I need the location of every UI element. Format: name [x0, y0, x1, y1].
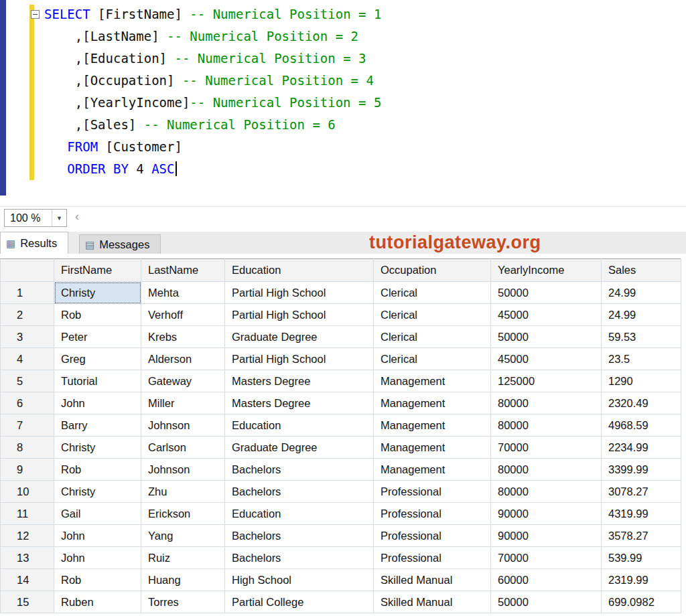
grid-cell[interactable]: John — [54, 525, 141, 547]
grid-cell[interactable]: John — [54, 392, 141, 414]
row-number[interactable]: 1 — [1, 282, 54, 304]
zoom-control[interactable]: 100 % ▼ — [4, 209, 67, 227]
grid-cell[interactable]: Krebs — [141, 326, 225, 348]
grid-cell[interactable]: 59.53 — [602, 326, 681, 348]
grid-cell[interactable]: Management — [374, 392, 491, 414]
grid-cell[interactable]: Bachelors — [225, 459, 374, 481]
grid-cell[interactable]: Partial College — [225, 591, 374, 613]
grid-cell[interactable]: 70000 — [491, 547, 602, 569]
collapse-minus-icon[interactable] — [31, 10, 40, 19]
grid-cell[interactable]: Graduate Degree — [225, 326, 374, 348]
grid-cell[interactable]: Barry — [54, 414, 141, 437]
row-number[interactable]: 4 — [1, 348, 54, 370]
grid-cell[interactable]: 2234.99 — [602, 437, 681, 459]
grid-cell[interactable]: Rob — [54, 569, 141, 591]
grid-cell[interactable]: Tutorial — [54, 370, 141, 392]
sql-code[interactable]: SELECT [FirstName] -- Numerical Position… — [44, 3, 381, 180]
grid-cell[interactable]: 3078.27 — [602, 481, 681, 503]
grid-cell[interactable]: 1290 — [602, 370, 681, 392]
grid-cell[interactable]: Management — [374, 437, 491, 459]
grid-cell[interactable]: High School — [225, 569, 374, 591]
grid-cell[interactable]: Management — [374, 370, 491, 392]
grid-cell[interactable]: 80000 — [491, 414, 602, 437]
grid-cell[interactable]: Miller — [141, 392, 225, 414]
grid-cell[interactable]: 45000 — [491, 348, 602, 370]
grid-cell[interactable]: Education — [225, 503, 374, 525]
row-number[interactable]: 13 — [1, 547, 54, 569]
grid-cell[interactable]: 3399.99 — [602, 459, 681, 481]
grid-cell[interactable]: Mehta — [141, 282, 225, 304]
grid-cell[interactable]: 4968.59 — [602, 414, 681, 437]
grid-cell[interactable]: Christy — [54, 282, 141, 304]
grid-cell[interactable]: Partial High School — [225, 348, 374, 370]
grid-cell[interactable]: Professional — [374, 525, 491, 547]
grid-cell[interactable]: 50000 — [491, 282, 602, 304]
row-number[interactable]: 10 — [1, 481, 54, 503]
row-number[interactable]: 3 — [1, 326, 54, 348]
row-number[interactable]: 5 — [1, 370, 54, 392]
grid-cell[interactable]: Zhu — [141, 481, 225, 503]
grid-cell[interactable]: Rob — [54, 459, 141, 481]
grid-cell[interactable]: Education — [225, 414, 374, 437]
zoom-dropdown-button[interactable]: ▼ — [52, 210, 66, 226]
grid-cell[interactable]: 45000 — [491, 304, 602, 326]
grid-cell[interactable]: Ruiz — [141, 547, 225, 569]
grid-cell[interactable]: Skilled Manual — [374, 569, 491, 591]
grid-cell[interactable]: Management — [374, 414, 491, 437]
grid-cell[interactable]: Bachelors — [225, 525, 374, 547]
grid-cell[interactable]: Yang — [141, 525, 225, 547]
grid-cell[interactable]: John — [54, 547, 141, 569]
row-number[interactable]: 8 — [1, 437, 54, 459]
column-header-occupation[interactable]: Occupation — [374, 259, 491, 282]
grid-cell[interactable]: Verhoff — [141, 304, 225, 326]
grid-cell[interactable]: Professional — [374, 503, 491, 525]
grid-cell[interactable]: Christy — [54, 437, 141, 459]
row-number[interactable]: 9 — [1, 459, 54, 481]
grid-cell[interactable]: Clerical — [374, 282, 491, 304]
row-number[interactable]: 2 — [1, 304, 54, 326]
grid-cell[interactable]: Peter — [54, 326, 141, 348]
grid-cell[interactable]: Torres — [141, 591, 225, 613]
grid-cell[interactable]: 4319.99 — [602, 503, 681, 525]
column-header-education[interactable]: Education — [225, 259, 374, 282]
grid-cell[interactable]: Johnson — [141, 414, 225, 437]
grid-cell[interactable]: Masters Degree — [225, 392, 374, 414]
grid-cell[interactable]: Gail — [54, 503, 141, 525]
grid-cell[interactable]: 2320.49 — [602, 392, 681, 414]
grid-cell[interactable]: Gateway — [141, 370, 225, 392]
grid-cell[interactable]: 23.5 — [602, 348, 681, 370]
grid-cell[interactable]: Carlson — [141, 437, 225, 459]
grid-cell[interactable]: Greg — [54, 348, 141, 370]
grid-cell[interactable]: Christy — [54, 481, 141, 503]
row-number[interactable]: 11 — [1, 503, 54, 525]
grid-cell[interactable]: 24.99 — [602, 282, 681, 304]
grid-cell[interactable]: 70000 — [491, 437, 602, 459]
grid-cell[interactable]: 90000 — [491, 525, 602, 547]
grid-cell[interactable]: 80000 — [491, 481, 602, 503]
grid-cell[interactable]: Bachelors — [225, 481, 374, 503]
grid-cell[interactable]: Rob — [54, 304, 141, 326]
grid-cell[interactable]: Partial High School — [225, 304, 374, 326]
column-header-lastname[interactable]: LastName — [141, 259, 225, 282]
grid-cell[interactable]: Clerical — [374, 304, 491, 326]
grid-cell[interactable]: Clerical — [374, 348, 491, 370]
grid-cell[interactable]: 539.99 — [602, 547, 681, 569]
grid-cell[interactable]: Partial High School — [225, 282, 374, 304]
grid-cell[interactable]: 3578.27 — [602, 525, 681, 547]
tab-results[interactable]: ▦ Results — [0, 232, 68, 254]
grid-cell[interactable]: Huang — [141, 569, 225, 591]
grid-cell[interactable]: Skilled Manual — [374, 591, 491, 613]
grid-cell[interactable]: Clerical — [374, 326, 491, 348]
row-number[interactable]: 7 — [1, 414, 54, 437]
grid-cell[interactable]: Graduate Degree — [225, 437, 374, 459]
sql-editor[interactable]: SELECT [FirstName] -- Numerical Position… — [0, 0, 686, 196]
grid-cell[interactable]: 90000 — [491, 503, 602, 525]
grid-cell[interactable]: 24.99 — [602, 304, 681, 326]
grid-cell[interactable]: Professional — [374, 481, 491, 503]
grid-cell[interactable]: 60000 — [491, 569, 602, 591]
row-number[interactable]: 6 — [1, 392, 54, 414]
grid-cell[interactable]: 2319.99 — [602, 569, 681, 591]
grid-cell[interactable]: Erickson — [141, 503, 225, 525]
grid-corner[interactable] — [1, 259, 54, 282]
row-number[interactable]: 12 — [1, 525, 54, 547]
